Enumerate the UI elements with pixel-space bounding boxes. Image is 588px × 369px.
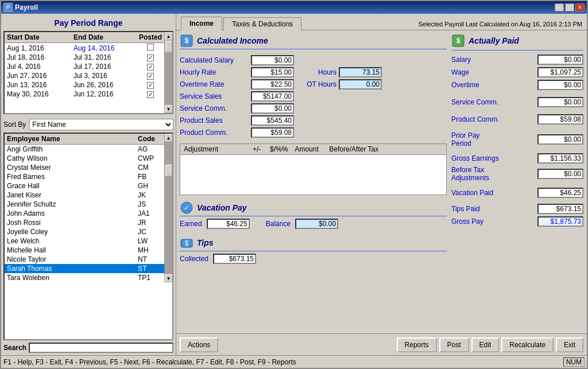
emp-scroll-up[interactable]: ▲	[165, 134, 173, 142]
bottom-bar: Actions Reports Post Edit Recalculate Ex…	[176, 333, 587, 355]
tabs-bar: Income Taxes & Deductions Selected Payro…	[176, 14, 587, 30]
ap-prior-pay-input[interactable]	[537, 134, 583, 145]
list-item[interactable]: Michelle HallMH	[5, 246, 164, 255]
ot-rate-label: Overtime Rate	[180, 80, 249, 88]
service-sales-input[interactable]	[251, 91, 294, 102]
ap-overtime-input[interactable]	[537, 80, 583, 90]
list-item[interactable]: Jennifer SchultzJS	[5, 200, 164, 209]
hourly-rate-label: Hourly Rate	[180, 68, 249, 76]
date-row[interactable]: Jul 4, 2016 Jul 17, 2016	[5, 62, 164, 71]
exit-button[interactable]: Exit	[556, 337, 583, 352]
ap-tips-paid-input[interactable]	[537, 204, 583, 214]
ap-row-gross-earnings: Gross Earnings	[451, 153, 583, 164]
tab-taxes-deductions[interactable]: Taxes & Deductions	[223, 17, 301, 30]
ap-gross-pay-input[interactable]	[537, 216, 583, 227]
balance-input[interactable]	[295, 219, 338, 229]
list-item[interactable]: Lee WelchLW	[5, 236, 164, 246]
adj-col-plusminus: +/-	[249, 144, 266, 155]
balance-label: Balance	[266, 220, 291, 228]
date-scrollbar[interactable]: ▲ ▼	[164, 32, 172, 113]
ap-before-tax-input[interactable]	[537, 169, 583, 179]
list-item[interactable]: Tara WolebenTP1	[5, 273, 164, 282]
date-row[interactable]: Jun 13, 2016 Jun 26, 2016	[5, 80, 164, 90]
service-comm-input[interactable]	[251, 103, 294, 114]
restore-button[interactable]: □	[565, 3, 574, 11]
ot-hours-input[interactable]	[339, 79, 382, 90]
ot-rate-input[interactable]	[251, 79, 294, 90]
date-row[interactable]: Jun 27, 2016 Jul 3, 2016	[5, 71, 164, 80]
list-item[interactable]: Nicole TaylorNT	[5, 255, 164, 264]
list-item[interactable]: John AdamsJA1	[5, 209, 164, 218]
ap-row-service-comm: Service Comm.	[451, 97, 583, 107]
product-sales-input[interactable]	[251, 115, 294, 126]
col-end-date: End Date	[71, 32, 137, 43]
search-label: Search	[3, 344, 26, 352]
service-sales-label: Service Sales	[180, 92, 249, 100]
date-table: Start Date End Date Posted Aug 1, 2016 A…	[5, 32, 164, 99]
posted-checkbox[interactable]	[147, 91, 154, 98]
tab-income[interactable]: Income	[181, 17, 222, 30]
scroll-down-arrow[interactable]: ▼	[165, 105, 173, 113]
emp-scrollbar[interactable]: ▲ ▼	[164, 134, 172, 282]
list-item[interactable]: Janet KiserJK	[5, 191, 164, 200]
sort-row: Sort By First Name Last Name Code	[3, 116, 173, 133]
minimize-button[interactable]: ─	[555, 3, 564, 11]
ap-wage-input[interactable]	[537, 67, 583, 77]
collected-label: Collected	[180, 255, 208, 263]
hourly-rate-input[interactable]	[251, 67, 294, 77]
vacation-pay-section: ✓ Vacation Pay Earned Balance	[180, 201, 447, 229]
ap-row-overtime: Overtime	[451, 80, 583, 90]
content-area: $ Calculated Income Calculated Salary Ho…	[176, 30, 587, 333]
collected-input[interactable]	[213, 254, 256, 264]
emp-scroll-down[interactable]: ▼	[165, 274, 173, 282]
scroll-up-arrow[interactable]: ▲	[165, 32, 173, 40]
recalculate-button[interactable]: Recalculate	[501, 337, 554, 352]
posted-checkbox[interactable]	[147, 55, 154, 61]
actions-button[interactable]: Actions	[180, 337, 218, 352]
actually-paid-section: $ Actually Paid Salary Wage	[451, 34, 583, 330]
list-item[interactable]: Fred BarnesFB	[5, 172, 164, 181]
list-item[interactable]: Angi GriffithAG	[5, 145, 164, 154]
calculated-income-header: $ Calculated Income	[180, 34, 447, 52]
adj-col-amount: Amount	[291, 144, 326, 155]
hours-input[interactable]	[339, 67, 382, 77]
post-button[interactable]: Post	[439, 337, 469, 352]
adj-col-dollarspct: $/%%	[266, 144, 291, 155]
reports-button[interactable]: Reports	[397, 337, 437, 352]
date-row[interactable]: Aug 1, 2016 Aug 14, 2016	[5, 43, 164, 53]
ap-service-comm-input[interactable]	[537, 97, 583, 107]
posted-checkbox[interactable]	[147, 73, 154, 80]
ap-product-comm-input[interactable]	[537, 114, 583, 125]
ap-gross-earnings-input[interactable]	[537, 153, 583, 164]
close-button[interactable]: ✕	[575, 3, 585, 11]
adj-col-adjustment: Adjustment	[180, 144, 249, 155]
ap-row-wage: Wage	[451, 67, 583, 77]
tips-title: Tips	[197, 238, 214, 247]
col-code: Code	[136, 134, 164, 145]
earned-label: Earned	[180, 220, 202, 228]
list-item[interactable]: Crystal MeiserCM	[5, 163, 164, 172]
tips-section: $ Tips Collected	[180, 236, 447, 264]
date-row[interactable]: May 30, 2016 Jun 12, 2016	[5, 90, 164, 99]
product-comm-input[interactable]	[251, 127, 294, 138]
list-item[interactable]: Joyelle ColeyJC	[5, 227, 164, 236]
calc-salary-input[interactable]	[251, 55, 294, 65]
ap-salary-input[interactable]	[537, 55, 583, 65]
sort-by-select[interactable]: First Name Last Name Code	[29, 119, 173, 130]
ap-row-prior-pay: Prior Pay Period	[451, 131, 583, 147]
posted-checkbox[interactable]	[147, 44, 154, 51]
date-row[interactable]: Jul 18, 2016 Jul 31, 2016	[5, 53, 164, 62]
list-item[interactable]: Cathy WilsonCWP	[5, 154, 164, 163]
ap-row-product-comm: Product Comm.	[451, 114, 583, 125]
list-item[interactable]: Sarah ThomasST	[5, 264, 164, 273]
posted-checkbox[interactable]	[147, 82, 154, 89]
edit-button[interactable]: Edit	[471, 337, 500, 352]
vacation-icon: ✓	[180, 201, 194, 215]
posted-checkbox[interactable]	[147, 64, 154, 71]
list-item[interactable]: Josh RossiJR	[5, 218, 164, 227]
search-input[interactable]	[29, 343, 173, 353]
list-item[interactable]: Grace HallGH	[5, 181, 164, 191]
ap-vacation-paid-input[interactable]	[537, 188, 583, 198]
earned-input[interactable]	[207, 219, 250, 229]
svg-text:$: $	[185, 239, 189, 247]
